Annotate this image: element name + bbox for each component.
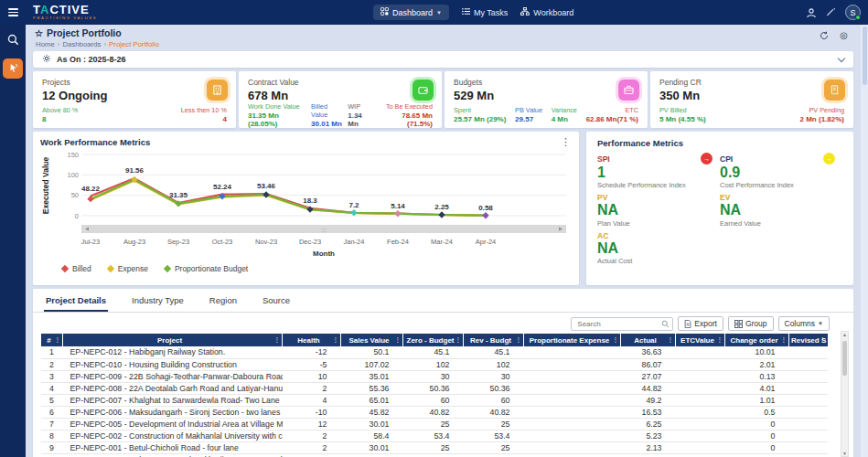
columns-button[interactable]: Columns ▼ [778, 316, 830, 331]
group-button[interactable]: Group [728, 316, 774, 331]
avatar[interactable]: S [845, 5, 861, 20]
tab-industry-type[interactable]: Industry Type [130, 292, 186, 312]
search-input[interactable] [571, 317, 673, 331]
as-on-filter-bar[interactable]: As On : 2025-8-26 [33, 51, 853, 68]
table-cell: EP-NEPC-006 - Maksudangarh - Sironj Sect… [63, 406, 283, 418]
column-header[interactable]: Rev - Budgt⋮ [464, 334, 524, 346]
legend-proportionate-budget[interactable]: Proportionate Budget [165, 264, 248, 273]
favorite-star-icon[interactable]: ☆ [35, 28, 43, 38]
tab-project-details[interactable]: Project Details [44, 292, 108, 312]
kpi-stat: PV Pending2 Mn (1.82%) [800, 106, 844, 123]
svg-text:Month: Month [313, 250, 335, 258]
kpi-title: Projects [42, 78, 227, 87]
kebab-menu-icon[interactable]: ⋮ [561, 136, 571, 148]
table-cell [789, 382, 828, 394]
cpi-status-icon: → [823, 153, 835, 165]
column-header[interactable]: Zero - Budget⋮ [403, 334, 464, 346]
table-row[interactable]: 1EP-NEPC-012 - Habibganj Railway Station… [41, 346, 828, 358]
table-row[interactable]: 3EP-NEPC-009 - 22B Sohagi-Teothar-Panwar… [41, 370, 828, 382]
legend-expense[interactable]: Expense [108, 264, 148, 273]
export-button[interactable]: Export [678, 316, 723, 331]
table-cell [789, 453, 828, 457]
scroll-down-icon[interactable]: ▼ [842, 451, 847, 456]
table-cell: 45.1 [464, 346, 524, 358]
brand-logo[interactable]: TACTIVE PRACTISING VALUES [33, 4, 97, 20]
table-cell [676, 394, 725, 406]
nav-my-tasks[interactable]: My Tasks [462, 7, 508, 17]
tab-region[interactable]: Region [208, 292, 239, 312]
menu-icon[interactable] [0, 0, 26, 25]
table-row[interactable]: 10EP-EPC-019 - Dr Shyama Prasad Mukharji… [41, 453, 828, 457]
spi-status-icon: → [701, 153, 713, 165]
table-scrollbar[interactable]: ▲ ▼ [841, 331, 849, 457]
column-menu-icon[interactable]: ⋮ [516, 336, 522, 344]
search-icon[interactable] [661, 320, 670, 328]
column-header[interactable]: Proportionate Expense⋮ [524, 334, 621, 346]
table-cell: 9 [41, 441, 63, 453]
column-header[interactable]: #⋮ [41, 334, 63, 346]
table-cell: 50.36 [403, 382, 464, 394]
kpi-value: 12 Ongoing [42, 89, 227, 102]
column-menu-icon[interactable]: ⋮ [274, 336, 281, 344]
nav-my-tasks-label: My Tasks [474, 8, 508, 17]
table-row[interactable]: 8EP-NEPC-002 - Construction of Makhanlal… [41, 430, 828, 441]
table-cell: 50.36 [464, 382, 524, 394]
column-menu-icon[interactable]: ⋮ [395, 336, 402, 344]
column-header[interactable]: Actual⋮ [621, 334, 676, 346]
table-cell: 5.23 [621, 430, 676, 441]
column-header[interactable]: Revised S⋮ [789, 334, 828, 346]
nav-dashboard[interactable]: Dashboard ▼ [373, 5, 449, 20]
tab-source[interactable]: Source [261, 292, 292, 312]
table-cell: 40.82 [403, 406, 464, 418]
table-cell: 25 [464, 441, 524, 453]
table-cell [789, 441, 828, 453]
column-menu-icon[interactable]: ⋮ [333, 336, 339, 344]
kpi-card-contract-value: Contract Value 678 Mn Work Done Value31.… [239, 71, 442, 128]
work-performance-chart[interactable]: 050100150Executed Value48.2291.5631.3552… [40, 147, 571, 259]
table-row[interactable]: 9EP-NEPC-001 - Betul-Chicholi Road - fou… [41, 441, 828, 453]
table-row[interactable]: 5EP-NEPC-007 - Khalghat to Sarwardewla R… [41, 394, 828, 406]
refresh-icon[interactable] [820, 31, 829, 42]
table-row[interactable]: 4EP-NEPC-008 - 22A Deotalab Garh Road an… [41, 382, 828, 394]
edit-icon[interactable] [826, 7, 836, 17]
column-header[interactable]: ETCValue⋮ [676, 334, 725, 346]
table-cell: EP-NEPC-012 - Habibganj Railway Station. [63, 346, 283, 358]
column-menu-icon[interactable]: ⋮ [613, 336, 619, 344]
table-cell: EP-NEPC-007 - Khalghat to Sarwardewla Ro… [63, 394, 283, 406]
table-cell: 53.4 [464, 453, 524, 457]
page-scrollbar-thumb[interactable] [863, 27, 867, 85]
page-scrollbar[interactable] [861, 25, 868, 457]
quick-action-button[interactable] [3, 58, 23, 79]
column-menu-icon[interactable]: ⋮ [820, 336, 826, 344]
table-cell: 2 [283, 430, 341, 441]
table-cell: 12 [283, 418, 341, 430]
table-cell: 2.13 [621, 441, 676, 453]
table-cell: 6.25 [621, 418, 676, 430]
column-header[interactable]: Sales Value⋮ [341, 334, 403, 346]
column-menu-icon[interactable]: ⋮ [717, 336, 723, 344]
table-row[interactable]: 2EP-NEPC-010 - Housing Building Construc… [41, 358, 828, 370]
nav-workboard[interactable]: Workboard [520, 7, 573, 17]
scrollbar-thumb[interactable] [842, 341, 847, 376]
search-icon[interactable] [7, 34, 19, 48]
table-row[interactable]: 6EP-NEPC-006 - Maksudangarh - Sironj Sec… [41, 406, 828, 418]
column-menu-icon[interactable]: ⋮ [668, 336, 674, 344]
column-header[interactable]: Change order⋮ [725, 334, 789, 346]
crumb-home[interactable]: Home [36, 40, 55, 48]
column-menu-icon[interactable]: ⋮ [455, 336, 462, 344]
column-menu-icon[interactable]: ⋮ [55, 336, 61, 344]
table-row[interactable]: 7EP-NEPC-005 - Development of Industrial… [41, 418, 828, 430]
scroll-up-icon[interactable]: ▲ [842, 332, 847, 337]
table-cell [789, 418, 828, 430]
svg-text:7.2: 7.2 [348, 201, 359, 209]
crumb-dashboards[interactable]: Dashboards [62, 40, 101, 48]
target-icon[interactable]: ◎ [840, 31, 848, 42]
column-header[interactable]: Project⋮ [63, 334, 283, 346]
column-header[interactable]: Health⋮ [283, 334, 341, 346]
kpi-stat: WIP1.34 Mn [348, 102, 373, 128]
table-cell: 30 [403, 370, 464, 382]
column-menu-icon[interactable]: ⋮ [781, 336, 788, 344]
legend-billed[interactable]: Billed [62, 264, 91, 273]
user-settings-icon[interactable] [806, 7, 817, 18]
svg-text:48.22: 48.22 [81, 185, 101, 193]
